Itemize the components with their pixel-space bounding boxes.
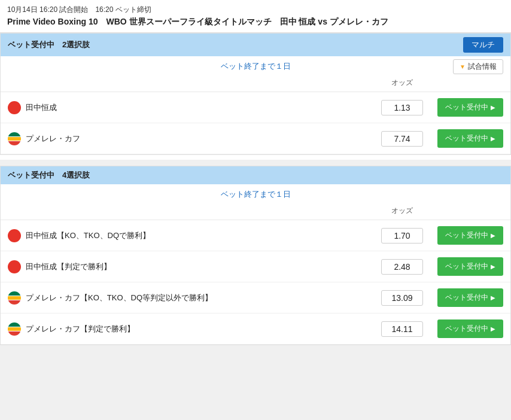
arrow-right-icon-s2-2: ▶ <box>491 294 495 301</box>
section2-header: ベット受付中 4選択肢 <box>1 166 510 184</box>
section1-bet-label-1: ベット受付中 <box>445 133 488 144</box>
flag-za-icon <box>8 132 21 145</box>
section2-countdown-row: ベット終了まで１日 <box>1 184 510 202</box>
col-btn-header <box>430 74 510 92</box>
section2-odds-cell-2: 13.09 <box>374 282 430 314</box>
section1-countdown: ベット終了まで１日 <box>221 61 291 72</box>
section2-bet-btn-1[interactable]: ベット受付中 ▶ <box>437 257 503 276</box>
section1-badge: ベット受付中 2選択肢 <box>8 39 90 50</box>
section1-odds-value-0: 1.13 <box>381 100 423 115</box>
section1-odds-table: オッズ 田中恒成 1.13 ベット受付中 ▶ <box>1 74 510 154</box>
section2-bet-btn-0[interactable]: ベット受付中 ▶ <box>437 226 503 245</box>
flag-jp-icon-s2-1 <box>8 260 21 273</box>
section2-bet-label-3: ベット受付中 <box>445 324 488 334</box>
section2-odds-value-1: 2.48 <box>381 259 423 275</box>
section2-bet-cell-2: ベット受付中 ▶ <box>430 282 510 314</box>
page-container: 10月14日 16:20 試合開始 16:20 ベット締切 Prime Vide… <box>0 0 511 345</box>
section1-bet-cell-0: ベット受付中 ▶ <box>430 92 510 123</box>
section2-bet-label-0: ベット受付中 <box>445 230 488 241</box>
section2-name-cell-0: 田中恒成【KO、TKO、DQで勝利】 <box>1 220 374 251</box>
section1-bet-cell-1: ベット受付中 ▶ <box>430 123 510 154</box>
section1-row-0: 田中恒成 1.13 ベット受付中 ▶ <box>1 92 510 123</box>
section1-fighter-name-1: プメレレ・カフ <box>26 133 80 144</box>
section2-name-cell-1: 田中恒成【判定で勝利】 <box>1 251 374 282</box>
arrow-right-icon: ▶ <box>491 104 495 111</box>
section2-countdown: ベット終了まで１日 <box>221 189 291 200</box>
col2-name-header <box>1 202 374 220</box>
section1-odds-cell-1: 7.74 <box>374 123 430 154</box>
section1-odds-value-1: 7.74 <box>381 131 423 147</box>
section2-odds-value-0: 1.70 <box>381 228 423 244</box>
section1-name-cell-1: プメレレ・カフ <box>1 123 374 154</box>
section2-col-headers: オッズ <box>1 202 510 220</box>
flag-za-icon-s2-2 <box>8 291 21 305</box>
section1-bet-btn-1[interactable]: ベット受付中 ▶ <box>437 129 503 148</box>
match-info-button[interactable]: ▼ 試合情報 <box>453 59 503 74</box>
flag-jp-icon <box>8 101 21 114</box>
section2-row-2: プメレレ・カフ【KO、TKO、DQ等判定以外で勝利】 13.09 ベット受付中 … <box>1 282 510 314</box>
section1-col-headers: オッズ <box>1 74 510 92</box>
section2-bet-cell-0: ベット受付中 ▶ <box>430 220 510 251</box>
section2-fighter-name-1: 田中恒成【判定で勝利】 <box>26 261 111 272</box>
multi-button[interactable]: マルチ <box>463 37 503 53</box>
section1-countdown-row: ベット終了まで１日 ▼ 試合情報 <box>1 56 510 74</box>
section2-odds-cell-0: 1.70 <box>374 220 430 251</box>
event-header: 10月14日 16:20 試合開始 16:20 ベット締切 Prime Vide… <box>0 0 511 33</box>
section2-odds-value-3: 14.11 <box>381 321 423 337</box>
flag-za-icon-s2-3 <box>8 322 21 336</box>
section2-badge: ベット受付中 4選択肢 <box>8 170 90 181</box>
section2-row-0: 田中恒成【KO、TKO、DQで勝利】 1.70 ベット受付中 ▶ <box>1 220 510 251</box>
section2-bet-label-1: ベット受付中 <box>445 261 488 272</box>
section1-fighter-name-0: 田中恒成 <box>26 102 57 113</box>
section2-name-cell-2: プメレレ・カフ【KO、TKO、DQ等判定以外で勝利】 <box>1 282 374 314</box>
section1-header: ベット受付中 2選択肢 マルチ <box>1 34 510 56</box>
section2-fighter-name-3: プメレレ・カフ【判定で勝利】 <box>26 324 135 334</box>
flag-jp-icon-s2-0 <box>8 229 21 242</box>
col2-btn-header <box>430 202 510 220</box>
section2-odds-cell-3: 14.11 <box>374 314 430 345</box>
section2-bet-cell-3: ベット受付中 ▶ <box>430 314 510 345</box>
col-odds-header: オッズ <box>374 74 430 92</box>
section-2choice: ベット受付中 2選択肢 マルチ ベット終了まで１日 ▼ 試合情報 オッズ <box>0 33 511 155</box>
section2-row-1: 田中恒成【判定で勝利】 2.48 ベット受付中 ▶ <box>1 251 510 282</box>
section2-bet-label-2: ベット受付中 <box>445 293 488 303</box>
col-name-header <box>1 74 374 92</box>
section2-fighter-name-0: 田中恒成【KO、TKO、DQで勝利】 <box>26 230 150 241</box>
section-4choice: ベット受付中 4選択肢 ベット終了まで１日 オッズ 田中恒成【KO、TKO、DQ… <box>0 166 511 345</box>
section1-bet-label-0: ベット受付中 <box>445 102 488 112</box>
arrow-right-icon-s2-3: ▶ <box>491 325 495 332</box>
section2-odds-table: オッズ 田中恒成【KO、TKO、DQで勝利】 1.70 ベット受付中 ▶ <box>1 202 510 345</box>
section2-odds-cell-1: 2.48 <box>374 251 430 282</box>
section1-name-cell-0: 田中恒成 <box>1 92 374 123</box>
section2-bet-btn-2[interactable]: ベット受付中 ▶ <box>437 288 503 307</box>
section2-bet-btn-3[interactable]: ベット受付中 ▶ <box>437 319 503 338</box>
chevron-down-icon: ▼ <box>460 63 466 70</box>
arrow-right-icon-1: ▶ <box>491 135 495 142</box>
event-title: Prime Video Boxing 10 WBO 世界スーパーフライ級タイトル… <box>7 17 504 28</box>
col2-odds-header: オッズ <box>374 202 430 220</box>
section1-row-1: プメレレ・カフ 7.74 ベット受付中 ▶ <box>1 123 510 154</box>
arrow-right-icon-s2-1: ▶ <box>491 263 495 270</box>
section1-odds-cell-0: 1.13 <box>374 92 430 123</box>
arrow-right-icon-s2-0: ▶ <box>491 232 495 239</box>
match-info-label: 試合情報 <box>468 62 497 72</box>
section2-odds-value-2: 13.09 <box>381 290 423 306</box>
section-spacer <box>0 160 511 166</box>
section2-fighter-name-2: プメレレ・カフ【KO、TKO、DQ等判定以外で勝利】 <box>26 293 212 303</box>
section2-bet-cell-1: ベット受付中 ▶ <box>430 251 510 282</box>
section1-bet-btn-0[interactable]: ベット受付中 ▶ <box>437 98 503 117</box>
section2-name-cell-3: プメレレ・カフ【判定で勝利】 <box>1 314 374 345</box>
section2-row-3: プメレレ・カフ【判定で勝利】 14.11 ベット受付中 ▶ <box>1 314 510 345</box>
event-date: 10月14日 16:20 試合開始 16:20 ベット締切 <box>7 5 504 15</box>
